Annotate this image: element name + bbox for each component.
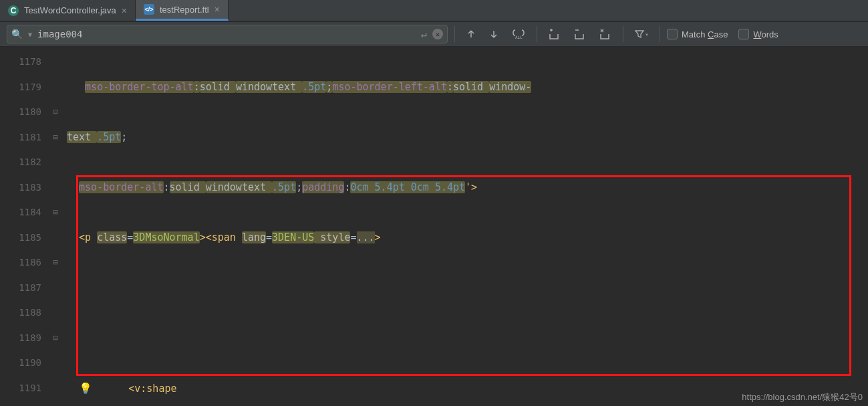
fold-marker[interactable]	[48, 300, 63, 326]
match-case-label: Match Case	[682, 29, 728, 39]
find-toolbar: 🔍 ▼ ↵ ✕ ALL ▾ Match Case Words	[0, 21, 868, 47]
remove-selection-button[interactable]	[569, 25, 591, 43]
find-input[interactable]	[37, 29, 416, 39]
add-selection-button[interactable]	[544, 25, 565, 43]
code-line	[67, 276, 868, 301]
line-number: 1182	[0, 150, 41, 175]
line-number: 1183	[0, 175, 41, 201]
code-line: mso-border-top-alt:solid windowtext .5pt…	[67, 75, 868, 100]
filter-button[interactable]: ▾	[630, 26, 653, 42]
clear-icon[interactable]: ✕	[432, 29, 443, 39]
close-icon[interactable]: ×	[122, 5, 127, 16]
editor-tabs: C TestWordController.java × </> testRepo…	[0, 0, 868, 21]
tab-ftl-file[interactable]: </> testReport.ftl ×	[136, 0, 229, 21]
code-line	[67, 326, 868, 351]
svg-text:ALL: ALL	[515, 35, 523, 39]
close-icon[interactable]: ×	[214, 4, 220, 15]
code-line: <p class=3DMsoNormal><span lang=3DEN-US …	[67, 225, 868, 251]
newline-icon[interactable]: ↵	[421, 28, 427, 40]
line-number: 1191	[0, 376, 41, 401]
separator	[454, 26, 455, 42]
line-number-gutter: 1178 1179 1180 1181 1182 1183 1184 1185 …	[0, 47, 48, 406]
code-line: mso-border-alt:solid windowtext .5pt;pad…	[67, 175, 868, 201]
line-number: 1179	[0, 75, 41, 100]
watermark-text: https://blog.csdn.net/猿猴42号0	[742, 391, 863, 403]
line-number: 1180	[0, 100, 41, 125]
tab-label: TestWordController.java	[24, 5, 116, 15]
words-label: Words	[753, 29, 778, 39]
separator	[660, 26, 660, 42]
separator	[623, 26, 623, 42]
line-number: 1187	[0, 276, 41, 301]
code-editor[interactable]: 1178 1179 1180 1181 1182 1183 1184 1185 …	[0, 47, 868, 406]
fold-marker[interactable]	[48, 75, 63, 100]
fold-marker[interactable]: ⊟	[48, 326, 63, 351]
match-case-checkbox[interactable]: Match Case	[667, 29, 728, 39]
find-input-container[interactable]: 🔍 ▼ ↵ ✕	[7, 25, 448, 43]
fold-marker[interactable]	[48, 150, 63, 175]
code-line: text .5pt;	[67, 125, 868, 150]
fold-marker[interactable]	[48, 376, 63, 401]
fold-marker[interactable]	[48, 225, 63, 251]
fold-marker[interactable]: ⊟	[48, 200, 63, 225]
line-number: 1185	[0, 225, 41, 251]
chevron-down-icon[interactable]: ▼	[28, 31, 32, 38]
bulb-icon[interactable]: 💡	[79, 382, 92, 395]
checkbox-icon	[738, 29, 749, 39]
fold-gutter: ⊟ ⊟ ⊟ ⊟ ⊟	[48, 47, 63, 406]
fold-marker[interactable]: ⊟	[48, 250, 63, 276]
fold-marker[interactable]: ⊟	[48, 100, 63, 125]
search-icon: 🔍	[11, 29, 23, 39]
fold-marker[interactable]: ⊟	[48, 125, 63, 150]
line-number: 1178	[0, 49, 41, 75]
line-number: 1189	[0, 326, 41, 351]
fold-marker[interactable]	[48, 49, 63, 75]
exclude-button[interactable]	[595, 25, 616, 43]
fold-marker[interactable]	[48, 175, 63, 201]
tab-java-file[interactable]: C TestWordController.java ×	[0, 0, 136, 21]
line-number: 1181	[0, 125, 41, 150]
line-number: 1186	[0, 250, 41, 276]
fold-marker[interactable]	[48, 350, 63, 376]
select-all-button[interactable]: ALL	[507, 26, 530, 42]
java-class-icon: C	[8, 5, 19, 16]
code-area[interactable]: mso-border-top-alt:solid windowtext .5pt…	[63, 47, 868, 406]
separator	[537, 26, 537, 42]
ftl-file-icon: </>	[144, 4, 154, 15]
tab-label: testReport.ftl	[160, 5, 209, 15]
line-number: 1184	[0, 200, 41, 225]
line-number: 1188	[0, 300, 41, 326]
fold-marker[interactable]	[48, 276, 63, 301]
line-number: 1190	[0, 350, 41, 376]
next-match-button[interactable]	[484, 26, 503, 42]
prev-match-button[interactable]	[462, 26, 480, 42]
words-checkbox[interactable]: Words	[738, 29, 778, 39]
checkbox-icon	[667, 29, 678, 39]
